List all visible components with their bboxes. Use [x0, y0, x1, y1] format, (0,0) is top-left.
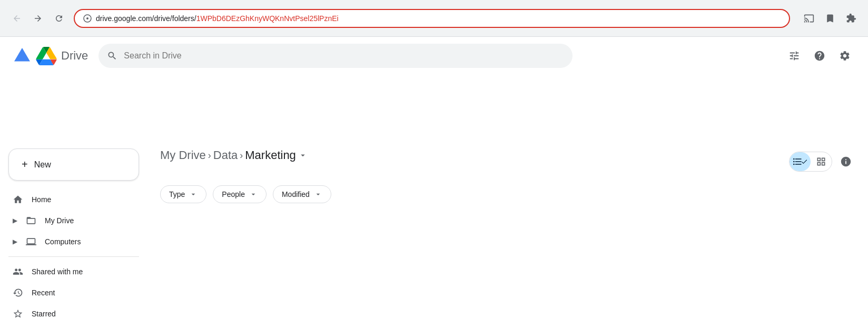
- breadcrumb-marketing-label: Marketing: [245, 148, 296, 162]
- shared-label: Shared with me: [32, 267, 83, 276]
- type-filter-button[interactable]: Type: [160, 185, 206, 203]
- drive-logo-icon: [13, 46, 32, 65]
- chevron-down-icon: [298, 151, 308, 160]
- site-icon: [83, 14, 92, 23]
- my-drive-label: My Drive: [45, 216, 74, 225]
- shared-icon: [13, 266, 23, 277]
- people-chevron-icon: [249, 190, 258, 198]
- breadcrumb: My Drive › Data › Marketing: [160, 148, 308, 162]
- new-button-label: New: [34, 160, 51, 170]
- nav-buttons: [8, 10, 67, 27]
- recent-label: Recent: [32, 289, 55, 297]
- home-icon: [13, 194, 23, 205]
- search-input[interactable]: [124, 51, 564, 61]
- breadcrumb-sep-2: ›: [240, 150, 243, 161]
- search-icon: [107, 51, 117, 61]
- check-icon: [801, 158, 808, 165]
- breadcrumb-sep-1: ›: [208, 150, 211, 161]
- sidebar-divider: [8, 256, 139, 257]
- main-content: My Drive › Data › Marketing: [147, 74, 868, 328]
- app-header: Drive: [0, 37, 868, 75]
- browser-actions: [801, 10, 860, 27]
- my-drive-icon: [26, 215, 36, 226]
- filter-options-button[interactable]: [784, 45, 805, 66]
- help-button[interactable]: [809, 45, 830, 66]
- filter-bar: Type People Modified: [160, 185, 855, 203]
- forward-button[interactable]: [29, 10, 46, 27]
- breadcrumb-my-drive[interactable]: My Drive: [160, 148, 206, 162]
- back-button[interactable]: [8, 10, 25, 27]
- computers-icon: [26, 236, 36, 247]
- sidebar-nav: Home ▶ My Drive ▶ Computers: [0, 189, 147, 324]
- sidebar-item-starred[interactable]: Starred: [0, 303, 139, 324]
- modified-filter-label: Modified: [282, 190, 310, 198]
- type-chevron-icon: [189, 190, 198, 198]
- new-plus-icon: +: [22, 158, 28, 171]
- view-toggle: [789, 152, 832, 172]
- breadcrumb-marketing[interactable]: Marketing: [245, 148, 308, 162]
- breadcrumb-data[interactable]: Data: [213, 148, 238, 162]
- info-button[interactable]: [836, 152, 855, 171]
- modified-chevron-icon: [314, 190, 322, 198]
- cast-button[interactable]: [801, 10, 817, 27]
- grid-view-button[interactable]: [811, 152, 832, 171]
- people-filter-button[interactable]: People: [213, 185, 267, 203]
- list-view-button[interactable]: [790, 152, 811, 171]
- sidebar: + New Home ▶ My Drive ▶: [0, 74, 147, 328]
- modified-filter-button[interactable]: Modified: [273, 185, 331, 203]
- people-filter-label: People: [222, 190, 245, 198]
- home-label: Home: [32, 195, 51, 204]
- starred-icon: [13, 309, 23, 319]
- sidebar-item-recent[interactable]: Recent: [0, 282, 139, 303]
- refresh-button[interactable]: [51, 10, 67, 27]
- sidebar-item-home[interactable]: Home: [0, 189, 139, 210]
- expand-icon: ▶: [13, 217, 17, 224]
- settings-button[interactable]: [834, 45, 855, 66]
- header-actions: [784, 45, 855, 66]
- computers-label: Computers: [45, 237, 81, 246]
- new-button[interactable]: + New: [8, 148, 139, 181]
- computers-expand-icon: ▶: [13, 238, 17, 245]
- search-bar[interactable]: [98, 44, 573, 68]
- recent-icon: [13, 287, 23, 298]
- sidebar-item-shared[interactable]: Shared with me: [0, 261, 139, 282]
- file-list-empty: [160, 212, 855, 317]
- sidebar-item-my-drive[interactable]: ▶ My Drive: [0, 210, 139, 231]
- drive-icon: [36, 47, 57, 65]
- svg-point-1: [86, 17, 88, 19]
- browser-chrome: drive.google.com/drive/folders/1WPbD6DEz…: [0, 0, 868, 37]
- address-bar[interactable]: drive.google.com/drive/folders/1WPbD6DEz…: [74, 9, 790, 28]
- bookmark-button[interactable]: [822, 10, 839, 27]
- drive-logo[interactable]: Drive: [13, 46, 88, 65]
- url-text: drive.google.com/drive/folders/1WPbD6DEz…: [96, 14, 339, 23]
- app-body: + New Home ▶ My Drive ▶: [0, 74, 868, 328]
- type-filter-label: Type: [169, 190, 185, 198]
- app-name: Drive: [61, 49, 88, 63]
- extensions-button[interactable]: [843, 10, 860, 27]
- sidebar-item-computers[interactable]: ▶ Computers: [0, 231, 139, 252]
- starred-label: Starred: [32, 310, 56, 318]
